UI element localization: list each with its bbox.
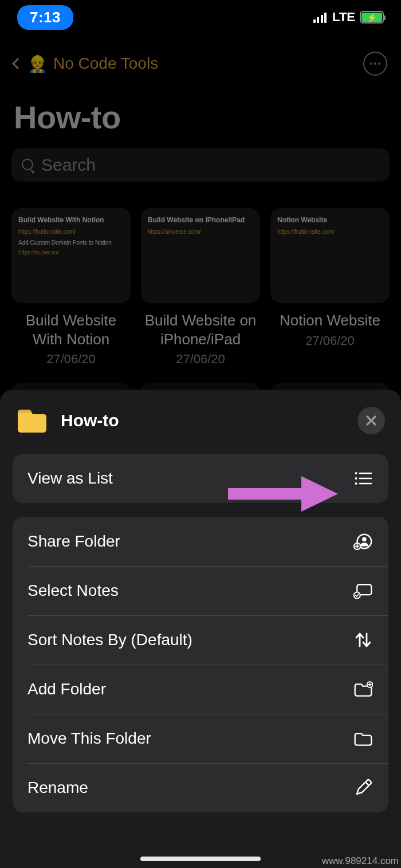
status-bar: 7:13 LTE ⚡ — [0, 0, 401, 34]
svg-point-4 — [355, 477, 357, 480]
thumb-link: https://universe.com/ — [148, 229, 253, 235]
watermark: www.989214.com — [322, 855, 399, 867]
sort-icon — [353, 630, 374, 650]
menu-item-label: Share Folder — [27, 532, 120, 551]
battery-icon: ⚡ — [360, 11, 384, 23]
note-thumbnail: Notion Website https://fruitionsite.com/ — [270, 208, 390, 303]
sheet-header: How-to — [13, 407, 388, 454]
search-field[interactable] — [11, 148, 390, 182]
note-title: Build Website With Notion — [11, 311, 131, 348]
select-notes-item[interactable]: Select Notes — [13, 566, 388, 615]
menu-group: Share Folder Select Notes Sort Notes By … — [13, 517, 388, 812]
back-button[interactable]: 👷 No Code Tools — [14, 54, 158, 73]
search-input[interactable] — [41, 155, 379, 175]
select-icon — [353, 580, 374, 601]
cellular-signal-icon — [313, 11, 327, 23]
page-title: How-to — [11, 99, 390, 136]
pencil-icon — [353, 777, 374, 798]
share-folder-item[interactable]: Share Folder — [13, 517, 388, 566]
note-thumbnail: Build Website With Notion https://fruiti… — [11, 208, 131, 303]
note-card[interactable]: Build Website on iPhone/iPad https://uni… — [141, 208, 260, 367]
status-right: LTE ⚡ — [313, 10, 384, 25]
breadcrumb: 👷 No Code Tools — [11, 34, 390, 85]
svg-point-3 — [355, 472, 357, 474]
view-as-list-item[interactable]: View as List — [13, 454, 388, 503]
note-date: 27/06/20 — [46, 352, 96, 367]
status-time: 7:13 — [17, 5, 73, 30]
network-label: LTE — [332, 10, 355, 25]
thumb-title: Build Website on iPhone/iPad — [148, 216, 253, 225]
folder-plus-icon — [353, 679, 374, 700]
close-button[interactable] — [357, 407, 385, 434]
note-thumbnail: Build Website on iPhone/iPad https://uni… — [141, 208, 260, 303]
thumb-text: Add Custom Domain Fonts to Notion — [18, 239, 124, 246]
menu-item-label: Rename — [27, 779, 88, 797]
menu-item-label: Move This Folder — [27, 729, 151, 748]
sort-notes-item[interactable]: Sort Notes By (Default) — [13, 615, 388, 665]
folder-icon — [353, 728, 374, 749]
note-card[interactable]: Build Website With Notion https://fruiti… — [11, 208, 131, 367]
thumb-title: Build Website With Notion — [18, 216, 124, 225]
svg-line-12 — [365, 782, 369, 785]
menu-item-label: View as List — [27, 469, 113, 488]
menu-group: View as List — [13, 454, 388, 503]
more-options-button[interactable] — [363, 52, 387, 76]
parent-folder-label: No Code Tools — [53, 54, 158, 73]
rename-item[interactable]: Rename — [13, 763, 388, 812]
note-title: Notion Website — [280, 311, 380, 330]
notes-grid: Build Website With Notion https://fruiti… — [11, 208, 390, 367]
add-folder-item[interactable]: Add Folder — [13, 665, 388, 714]
note-date: 27/06/20 — [176, 352, 225, 367]
move-folder-item[interactable]: Move This Folder — [13, 714, 388, 763]
folder-icon — [16, 407, 48, 434]
menu-item-label: Select Notes — [27, 582, 119, 600]
note-title: Build Website on iPhone/iPad — [141, 311, 260, 348]
folder-action-sheet: How-to View as List Share Folder Select … — [0, 390, 401, 868]
note-date: 27/06/20 — [305, 333, 355, 348]
list-icon — [353, 468, 374, 489]
thumb-link: https://fruitionsite.com/ — [18, 229, 124, 235]
svg-point-7 — [362, 537, 367, 541]
note-card[interactable]: Notion Website https://fruitionsite.com/… — [270, 208, 390, 367]
menu-item-label: Sort Notes By (Default) — [27, 631, 192, 649]
thumb-link: https://fruitionsite.com/ — [277, 229, 383, 235]
menu-item-label: Add Folder — [27, 680, 106, 698]
search-icon — [22, 159, 34, 171]
home-indicator[interactable] — [140, 857, 261, 861]
sheet-title: How-to — [61, 411, 119, 430]
thumb-link: https://super.so/ — [18, 249, 124, 256]
svg-point-5 — [355, 482, 357, 485]
thumb-title: Notion Website — [277, 216, 383, 225]
chevron-back-icon — [12, 58, 23, 69]
share-person-icon — [353, 531, 374, 552]
folder-emoji-icon: 👷 — [27, 54, 48, 73]
